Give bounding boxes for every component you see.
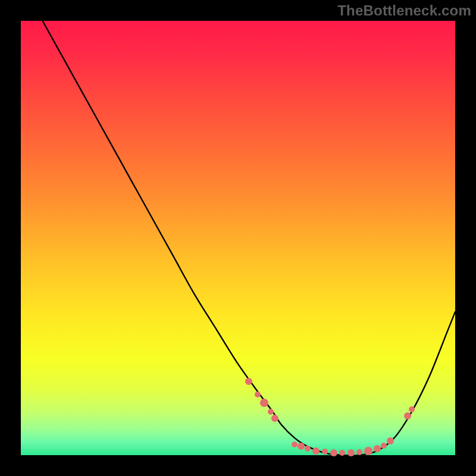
data-marker bbox=[330, 449, 337, 456]
data-marker bbox=[364, 447, 372, 455]
chart-frame: TheBottleneck.com bbox=[0, 0, 476, 476]
data-marker bbox=[381, 443, 387, 449]
data-marker bbox=[292, 441, 298, 447]
data-marker bbox=[409, 406, 415, 412]
data-marker bbox=[356, 449, 362, 455]
data-marker bbox=[374, 445, 381, 452]
data-marker bbox=[268, 409, 274, 415]
data-marker bbox=[305, 446, 311, 452]
watermark-text: TheBottleneck.com bbox=[337, 2, 471, 19]
data-marker bbox=[260, 399, 268, 407]
data-marker bbox=[322, 449, 328, 455]
data-marker bbox=[387, 437, 394, 444]
data-marker bbox=[271, 415, 278, 422]
data-marker bbox=[404, 412, 411, 419]
data-marker bbox=[312, 447, 320, 455]
data-marker bbox=[245, 378, 252, 385]
data-marker bbox=[347, 449, 355, 456]
data-marker bbox=[255, 392, 261, 397]
plot-area bbox=[21, 21, 455, 455]
data-marker bbox=[298, 443, 305, 450]
data-marker bbox=[339, 450, 345, 456]
data-markers-layer bbox=[21, 21, 455, 455]
